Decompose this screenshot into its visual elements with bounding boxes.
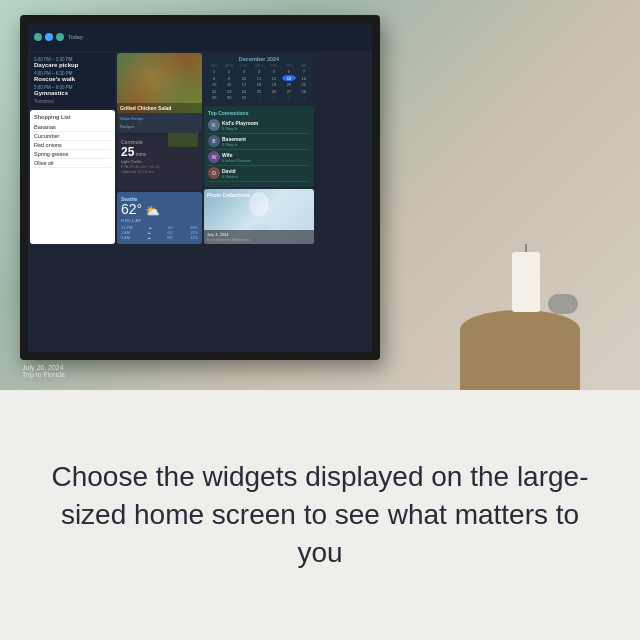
weather-row-3: 3 AM☁60°12%	[121, 235, 198, 240]
icon1	[34, 33, 42, 41]
cal-day-other: 2	[267, 95, 281, 101]
photos-widget: Photo Collections July 4, 2024 from Summ…	[204, 189, 314, 244]
agenda-title-2: Roscoe's walk	[34, 76, 111, 82]
conn-info-2: Basement 5 Ring Is	[222, 136, 310, 147]
cal-day: 21	[297, 82, 311, 88]
cal-day: 12	[267, 75, 281, 81]
left-column: 3:00 PM – 3:30 PM Daycare pickup 4:00 PM…	[30, 53, 115, 244]
conn-avatar-1: K	[208, 119, 220, 131]
shopping-item-3: Red onions	[34, 141, 111, 150]
calendar-grid: SUN MON TUE WED THU FRI SAT 1 2 3	[207, 64, 311, 101]
photo-collections-label: Photo Collections	[207, 192, 250, 198]
conn-status-4: 6 Hidden	[222, 174, 310, 179]
conn-info-3: Wife 5 linked Devices	[222, 152, 310, 163]
cal-day: 1	[207, 69, 221, 75]
connection-item-3: W Wife 5 linked Devices	[208, 150, 310, 166]
cal-day: 11	[252, 75, 266, 81]
photos-album: from Summer Memories	[207, 237, 311, 242]
conn-avatar-2: B	[208, 135, 220, 147]
cal-day: 23	[222, 88, 236, 94]
cal-hdr-mon: MON	[222, 64, 236, 68]
smart-display-ui: Today 3:00 PM – 3:30 PM Daycare pickup 4…	[28, 23, 372, 352]
connection-item-4: D David 6 Hidden	[208, 166, 310, 182]
cal-day: 5	[267, 69, 281, 75]
cal-hdr-tue: TUE	[237, 64, 251, 68]
conn-avatar-3: W	[208, 151, 220, 163]
cal-day: 8	[207, 75, 221, 81]
tagline-text: Choose the widgets displayed on the larg…	[40, 458, 600, 571]
cal-hdr-thu: THU	[267, 64, 281, 68]
cal-day: 10	[237, 75, 251, 81]
connections-title: Top Connections	[208, 110, 310, 116]
cal-day: 16	[222, 82, 236, 88]
cal-day: 3	[237, 69, 251, 75]
tomorrow-label: Tomorrow	[34, 99, 111, 104]
weather-temperature: 62°	[121, 202, 142, 217]
shopping-item-2: Cucumber	[34, 132, 111, 141]
cal-day: 18	[252, 82, 266, 88]
weather-rows: 11 PM☁62°20% 1 AM☁62°15% 3 AM☁60°12%	[121, 225, 198, 240]
svg-point-0	[249, 192, 269, 216]
device-screen: Today 3:00 PM – 3:30 PM Daycare pickup 4…	[28, 23, 372, 352]
calendar-month: December 2024	[207, 56, 311, 62]
shopping-title: Shopping List	[34, 114, 111, 120]
side-table	[460, 310, 580, 390]
cal-day: 15	[207, 82, 221, 88]
conn-avatar-4: D	[208, 167, 220, 179]
weather-widget: Seattle 62° ⛅ H 65° L 48° 11 PM☁62°20%	[117, 192, 202, 244]
candle	[512, 252, 540, 312]
agenda-title-3: Gymnastics	[34, 90, 111, 96]
agenda-item-1: 3:00 PM – 3:30 PM Daycare pickup	[34, 57, 111, 68]
cal-day: 25	[252, 88, 266, 94]
cal-day: 28	[297, 88, 311, 94]
today-label: Today	[68, 34, 366, 40]
conn-info-4: David 6 Hidden	[222, 168, 310, 179]
weather-range: H 65° L 48°	[121, 218, 198, 223]
middle-column: Grilled Chicken Salad Show Recipe Recipe…	[117, 53, 202, 244]
commute-time: 25 mins	[121, 145, 198, 159]
keys	[548, 294, 578, 314]
cal-hdr-sat: SAT	[297, 64, 311, 68]
conn-status-3: 5 linked Devices	[222, 158, 310, 163]
conn-status-1: 6 Ring Is	[222, 126, 310, 131]
agenda-widget: 3:00 PM – 3:30 PM Daycare pickup 4:00 PM…	[30, 53, 115, 108]
cal-day-other: 4	[297, 95, 311, 101]
shopping-widget: Shopping List Bananas Cucumber Red onion…	[30, 110, 115, 244]
connection-item-2: B Basement 5 Ring Is	[208, 134, 310, 150]
cal-day: 17	[237, 82, 251, 88]
shopping-item-1: Bananas	[34, 123, 111, 132]
cal-day: 26	[267, 88, 281, 94]
shopping-item-4: Spring greens	[34, 150, 111, 159]
cal-day: 9	[222, 75, 236, 81]
cal-day: 20	[282, 82, 296, 88]
cal-day-other: 3	[282, 95, 296, 101]
cal-day: 22	[207, 88, 221, 94]
connections-widget: Top Connections K Kid's Playroom 6 Ring …	[204, 106, 314, 188]
cal-hdr-fri: FRI	[282, 64, 296, 68]
shopping-item-5: Olive oil	[34, 159, 111, 168]
cal-day-today: 13	[282, 75, 296, 81]
commute-updated: Updated 10:19 am	[121, 169, 198, 174]
cal-day: 2	[222, 69, 236, 75]
cal-day: 24	[237, 88, 251, 94]
cal-day: 27	[282, 88, 296, 94]
cal-day: 19	[267, 82, 281, 88]
recipe-label: Grilled Chicken Salad	[117, 103, 202, 113]
photo-date-label: July 20, 2024 Trip to Florida	[22, 364, 65, 378]
cal-day: 4	[252, 69, 266, 75]
agenda-item-2: 4:00 PM – 6:30 PM Roscoe's walk	[34, 71, 111, 82]
icon2	[45, 33, 53, 41]
calendar-widget: December 2024 SUN MON TUE WED THU FRI SA…	[204, 53, 314, 104]
connection-item-1: K Kid's Playroom 6 Ring Is	[208, 118, 310, 134]
right-column: December 2024 SUN MON TUE WED THU FRI SA…	[204, 53, 314, 244]
tagline-area: Choose the widgets displayed on the larg…	[0, 390, 640, 640]
cal-day: 6	[282, 69, 296, 75]
agenda-title-1: Daycare pickup	[34, 62, 111, 68]
main-grid: 3:00 PM – 3:30 PM Daycare pickup 4:00 PM…	[28, 51, 372, 246]
recipe-widget: Grilled Chicken Salad Show Recipe Recipe…	[117, 53, 202, 133]
conn-info-1: Kid's Playroom 6 Ring Is	[222, 120, 310, 131]
product-image-area: Today 3:00 PM – 3:30 PM Daycare pickup 4…	[0, 0, 640, 390]
cal-day: 14	[297, 75, 311, 81]
icon3	[56, 33, 64, 41]
cal-day-other: 1	[252, 95, 266, 101]
